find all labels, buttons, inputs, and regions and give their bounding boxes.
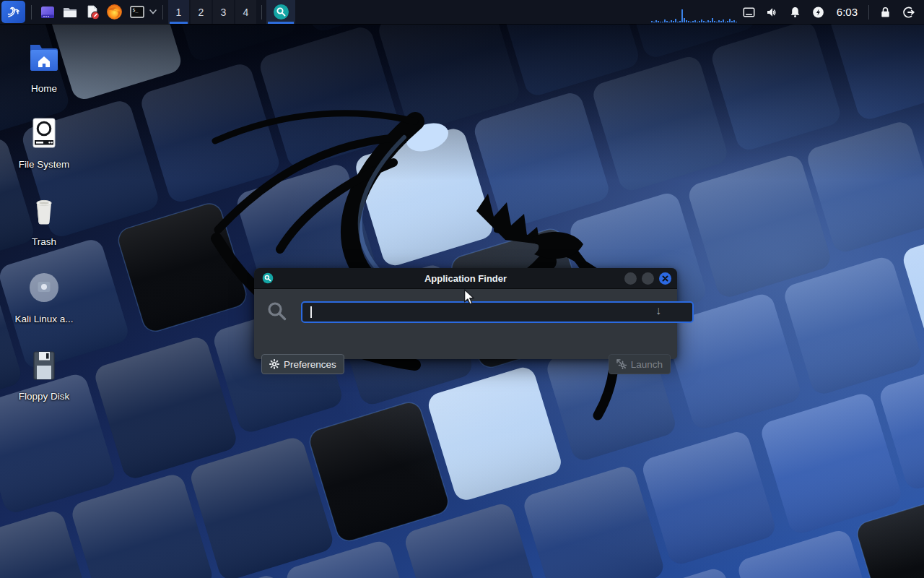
desktop-icon-label: File System xyxy=(19,159,70,170)
file-manager-folder-icon xyxy=(61,4,79,21)
floppy-disk-icon xyxy=(27,348,61,381)
notifications-bell-icon xyxy=(788,6,802,19)
workspace-1[interactable]: 1 xyxy=(168,0,189,24)
launch-gear-icon xyxy=(616,359,627,369)
desktop-icon-floppy-disk[interactable]: Floppy Disk xyxy=(13,348,75,402)
preferences-button[interactable]: Preferences xyxy=(261,354,344,374)
launcher-text-editor[interactable] xyxy=(81,0,103,24)
desktop-icon-label: Home xyxy=(31,83,57,94)
launch-label: Launch xyxy=(631,359,663,370)
logout-button[interactable] xyxy=(897,0,920,24)
lock-icon xyxy=(879,6,892,19)
gear-icon xyxy=(269,359,279,369)
close-icon xyxy=(662,275,668,282)
desktop-icon-label: Floppy Disk xyxy=(19,391,70,402)
desktop-icon-file-system[interactable]: File System xyxy=(13,116,75,170)
chevron-down-icon xyxy=(149,9,157,14)
application-finder-window: Application Finder ↓ xyxy=(254,268,677,359)
volume-tray[interactable] xyxy=(761,0,784,24)
preferences-label: Preferences xyxy=(284,359,336,370)
panel-separator xyxy=(162,5,163,20)
hard-drive-icon xyxy=(27,116,61,150)
maximize-button[interactable] xyxy=(642,272,654,285)
launcher-file-manager[interactable] xyxy=(58,0,81,24)
search-input[interactable] xyxy=(301,301,694,323)
volume-icon xyxy=(765,6,779,19)
workspace-4[interactable]: 4 xyxy=(235,0,256,24)
trash-bin-icon xyxy=(27,194,61,227)
firefox-icon xyxy=(105,3,123,21)
notifications-tray[interactable] xyxy=(784,0,807,24)
desktop-icon-label: Trash xyxy=(32,236,56,247)
task-button-application-finder[interactable] xyxy=(266,0,295,24)
down-arrow-icon[interactable]: ↓ xyxy=(655,305,661,316)
text-caret xyxy=(310,306,312,318)
display-settings-tray[interactable] xyxy=(738,0,761,24)
cpu-graph[interactable] xyxy=(650,0,738,24)
text-editor-document-icon xyxy=(84,4,101,21)
desktop-icon-trash[interactable]: Trash xyxy=(13,194,75,247)
lock-screen-button[interactable] xyxy=(873,0,897,24)
workspace-2[interactable]: 2 xyxy=(191,0,212,24)
mouse-cursor xyxy=(463,289,476,305)
launcher-terminal[interactable]: $_ xyxy=(126,0,148,24)
terminal-dropdown[interactable] xyxy=(148,0,158,24)
power-manager-icon xyxy=(811,6,825,19)
panel-separator xyxy=(261,5,262,20)
terminal-icon: $_ xyxy=(128,4,146,21)
home-folder-icon xyxy=(27,40,61,74)
panel-separator xyxy=(31,5,32,20)
workspace-switcher: 1 2 3 4 xyxy=(167,0,257,24)
power-manager-tray[interactable] xyxy=(807,0,830,24)
titlebar[interactable]: Application Finder xyxy=(254,268,677,289)
kali-ghost-icon xyxy=(27,271,61,304)
panel-separator xyxy=(868,5,869,20)
launch-button[interactable]: Launch xyxy=(609,354,671,374)
kali-menu-button[interactable] xyxy=(1,1,25,23)
launcher-firefox[interactable] xyxy=(103,0,126,24)
desktop-icon-kali-linux[interactable]: Kali Linux a... xyxy=(13,271,75,324)
window-title: Application Finder xyxy=(254,268,677,288)
launcher-purple-window[interactable] xyxy=(36,0,58,24)
desktop-icon-label: Kali Linux a... xyxy=(14,314,73,324)
desktop-icon-home[interactable]: Home xyxy=(13,40,75,94)
kali-dragon-icon xyxy=(5,4,22,21)
search-icon xyxy=(266,300,289,326)
close-button[interactable] xyxy=(659,272,671,285)
minimize-button[interactable] xyxy=(624,272,637,285)
svg-text:$_: $_ xyxy=(132,7,138,13)
application-finder-icon xyxy=(273,4,289,20)
logout-icon xyxy=(902,6,915,19)
top-panel: $_ 1 2 3 4 xyxy=(0,0,924,24)
display-icon xyxy=(742,6,756,19)
purple-window-icon xyxy=(39,4,56,21)
workspace-3[interactable]: 3 xyxy=(213,0,234,24)
clock[interactable]: 6:03 xyxy=(830,6,864,18)
